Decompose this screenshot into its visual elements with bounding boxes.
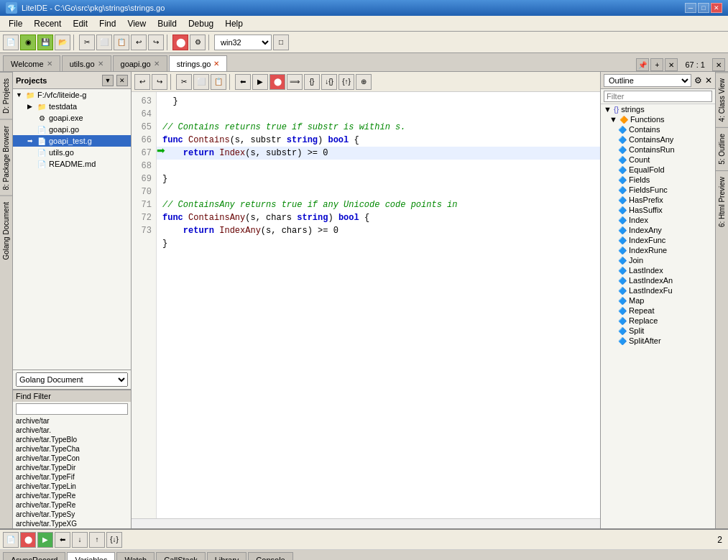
dbg-btn7[interactable]: {↓} bbox=[106, 532, 122, 548]
tab-utils[interactable]: utils.go ✕ bbox=[62, 55, 111, 71]
tree-testdata[interactable]: ▶ 📁 testdata bbox=[13, 101, 131, 112]
close-button[interactable]: ✕ bbox=[711, 3, 722, 13]
ed-step1[interactable]: {} bbox=[304, 74, 320, 90]
vert-tab-projects[interactable]: D: Projects bbox=[0, 72, 12, 119]
vert-tab-packages[interactable]: 8: Package Browser bbox=[0, 119, 12, 196]
editor-hscroll[interactable] bbox=[132, 518, 600, 528]
tab-strings-close[interactable]: ✕ bbox=[213, 60, 219, 68]
tab-watch[interactable]: Watch bbox=[116, 552, 155, 560]
minimize-button[interactable]: ─ bbox=[685, 3, 696, 13]
outline-settings-btn[interactable]: ⚙ bbox=[694, 75, 702, 86]
vert-tab-htmlpreview[interactable]: 6: Html Preview bbox=[716, 170, 728, 233]
find-item[interactable]: archive/tar.TypeLin bbox=[13, 482, 131, 491]
outline-containsany[interactable]: 🔷ContainsAny bbox=[601, 134, 715, 144]
find-item[interactable]: archive/tar.TypeSy bbox=[13, 510, 131, 519]
outline-fields[interactable]: 🔷Fields bbox=[601, 175, 715, 185]
ed-dbg-back[interactable]: ⬅ bbox=[235, 74, 251, 90]
ed-step3[interactable]: {↑} bbox=[338, 74, 354, 90]
tab-library[interactable]: Library bbox=[207, 552, 247, 560]
save-all-button[interactable]: 📂 bbox=[55, 35, 70, 50]
save-button[interactable]: 💾 bbox=[37, 35, 53, 50]
outline-index[interactable]: 🔷Index bbox=[601, 215, 715, 225]
tab-console[interactable]: Console bbox=[248, 552, 292, 560]
outline-hassuffix[interactable]: 🔷HasSuffix bbox=[601, 205, 715, 215]
dbg-btn5[interactable]: ↓ bbox=[72, 532, 88, 548]
platform-dropdown[interactable]: win32 bbox=[214, 35, 272, 50]
outline-replace[interactable]: 🔷Replace bbox=[601, 316, 715, 326]
tab-variables[interactable]: Variables bbox=[67, 552, 115, 560]
find-item[interactable]: archive/tar. bbox=[13, 426, 131, 435]
tree-goapi-exe[interactable]: ⚙ goapi.exe bbox=[13, 112, 131, 124]
ed-dbg-run[interactable]: ▶ bbox=[252, 74, 268, 90]
tab-utils-close[interactable]: ✕ bbox=[98, 60, 103, 68]
open-button[interactable]: ◉ bbox=[20, 35, 36, 50]
tree-goapi-test[interactable]: ➡ 📄 goapi_test.g bbox=[13, 135, 131, 147]
extra-button[interactable]: ⚙ bbox=[190, 35, 206, 50]
projects-close-btn[interactable]: ✕ bbox=[116, 75, 128, 86]
vert-tab-outline[interactable]: 5: Outline bbox=[716, 127, 728, 170]
maximize-button[interactable]: □ bbox=[698, 3, 709, 13]
outline-repeat[interactable]: 🔷Repeat bbox=[601, 306, 715, 316]
outline-lastindexan[interactable]: 🔷LastIndexAn bbox=[601, 275, 715, 285]
tab-welcome[interactable]: Welcome ✕ bbox=[3, 55, 60, 71]
platform-btn[interactable]: □ bbox=[273, 35, 289, 50]
find-item[interactable]: archive/tar.TypeDir bbox=[13, 463, 131, 472]
menu-item-help[interactable]: Help bbox=[219, 17, 249, 30]
tab-welcome-close[interactable]: ✕ bbox=[47, 60, 52, 68]
ed-step2[interactable]: ↓{} bbox=[321, 74, 337, 90]
tab-strings[interactable]: strings.go ✕ bbox=[169, 55, 228, 71]
tree-utils-go[interactable]: 📄 utils.go bbox=[13, 147, 131, 158]
find-item[interactable]: archive/tar.TypeCha bbox=[13, 444, 131, 454]
outline-dropdown[interactable]: Outline bbox=[604, 74, 691, 87]
cut-button[interactable]: ✂ bbox=[79, 35, 95, 50]
golang-doc-dropdown[interactable]: Golang Document bbox=[16, 372, 128, 387]
menu-item-edit[interactable]: Edit bbox=[67, 17, 93, 30]
outline-root[interactable]: ▼ {} strings bbox=[601, 104, 715, 114]
menu-item-file[interactable]: File bbox=[3, 17, 28, 30]
menu-item-view[interactable]: View bbox=[121, 17, 152, 30]
vert-tab-golang[interactable]: Golang Document bbox=[0, 196, 12, 266]
find-item[interactable]: archive/tar.TypeBlo bbox=[13, 435, 131, 444]
ed-copy[interactable]: ⬜ bbox=[193, 74, 209, 90]
close-editor-button[interactable]: ✕ bbox=[712, 58, 725, 71]
tab-callstack[interactable]: CallStack bbox=[156, 552, 205, 560]
projects-settings-btn[interactable]: ▼ bbox=[102, 75, 114, 86]
ed-dbg-stop[interactable]: ⬤ bbox=[269, 74, 285, 90]
outline-filter-input[interactable] bbox=[604, 91, 712, 102]
outline-fieldsfunc[interactable]: 🔷FieldsFunc bbox=[601, 185, 715, 195]
ed-redo[interactable]: ↪ bbox=[152, 74, 167, 90]
dbg-btn1[interactable]: 📄 bbox=[3, 532, 19, 548]
tab-action-pin[interactable]: 📌 bbox=[636, 58, 649, 71]
outline-equalfold[interactable]: 🔷EqualFold bbox=[601, 165, 715, 175]
menu-item-recent[interactable]: Recent bbox=[28, 17, 67, 30]
outline-indexrune[interactable]: 🔷IndexRune bbox=[601, 245, 715, 255]
menu-item-debug[interactable]: Debug bbox=[183, 17, 219, 30]
tab-asyncrecord[interactable]: AsyncRecord bbox=[3, 552, 65, 560]
menu-item-build[interactable]: Build bbox=[152, 17, 183, 30]
find-item[interactable]: archive/tar.TypeRe bbox=[13, 500, 131, 510]
find-item[interactable]: archive/tar bbox=[13, 416, 131, 426]
outline-functions[interactable]: ▼ 🔶 Functions bbox=[601, 114, 715, 124]
ed-paste[interactable]: 📋 bbox=[211, 74, 226, 90]
code-editor[interactable]: } // Contains returns true if substr is … bbox=[157, 92, 600, 518]
tree-goapi-go[interactable]: 📄 goapi.go bbox=[13, 124, 131, 135]
outline-count[interactable]: 🔷Count bbox=[601, 155, 715, 165]
outline-splitafter[interactable]: 🔷SplitAfter bbox=[601, 336, 715, 346]
menu-item-find[interactable]: Find bbox=[93, 17, 121, 30]
find-item[interactable]: archive/tar.TypeRe bbox=[13, 491, 131, 500]
outline-contains[interactable]: 🔷Contains bbox=[601, 124, 715, 134]
copy-button[interactable]: ⬜ bbox=[96, 35, 112, 50]
tab-goapi[interactable]: goapi.go ✕ bbox=[113, 55, 167, 71]
ed-undo[interactable]: ↩ bbox=[134, 74, 150, 90]
ed-dbg-fwd[interactable]: ⟹ bbox=[287, 74, 303, 90]
dbg-btn3[interactable]: ▶ bbox=[37, 532, 53, 548]
find-item[interactable]: archive/tar.TypeXG bbox=[13, 519, 131, 528]
redo-button[interactable]: ↪ bbox=[148, 35, 164, 50]
tab-action-close[interactable]: ✕ bbox=[665, 58, 678, 71]
outline-join[interactable]: 🔷Join bbox=[601, 255, 715, 265]
tree-readme[interactable]: 📄 README.md bbox=[13, 158, 131, 170]
find-filter-input[interactable] bbox=[16, 403, 128, 415]
ed-step4[interactable]: ⊕ bbox=[356, 74, 372, 90]
outline-indexany[interactable]: 🔷IndexAny bbox=[601, 225, 715, 235]
tab-action-add[interactable]: + bbox=[650, 58, 663, 71]
